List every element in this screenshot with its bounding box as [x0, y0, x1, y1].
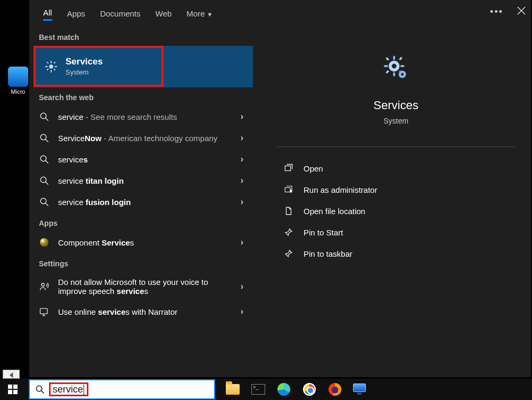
start-button[interactable] [0, 379, 26, 400]
action-label: Open [304, 164, 323, 173]
svg-rect-4 [54, 66, 57, 67]
web-result-text: service titan login [58, 176, 232, 185]
narrator-icon [39, 306, 50, 317]
app-result[interactable]: Component Services › [29, 232, 253, 253]
svg-line-36 [41, 390, 44, 393]
section-apps: Apps [29, 213, 253, 232]
pin-icon [283, 248, 294, 259]
chevron-right-icon: › [241, 154, 243, 164]
desktop-shortcut[interactable]: Micro [7, 67, 29, 95]
svg-point-11 [40, 134, 46, 140]
action-run-admin[interactable]: Run as administrator [261, 179, 531, 200]
svg-rect-33 [285, 166, 291, 171]
svg-rect-34 [285, 187, 290, 192]
svg-rect-8 [47, 68, 49, 70]
setting-result[interactable]: Do not allow Microsoft to use your voice… [29, 272, 253, 301]
file-location-icon [283, 206, 294, 216]
web-result[interactable]: service - See more search results › [29, 106, 253, 127]
chevron-right-icon: › [241, 112, 243, 121]
svg-point-35 [36, 386, 42, 391]
chevron-right-icon: › [241, 197, 243, 207]
svg-point-0 [49, 64, 53, 68]
taskbar-edge[interactable] [273, 379, 295, 400]
desktop-shortcut-label: Micro [7, 88, 29, 95]
hscroll-left[interactable]: ◀ [3, 370, 20, 379]
chevron-down-icon: ▼ [207, 11, 213, 18]
action-open[interactable]: Open [261, 158, 531, 179]
svg-line-18 [45, 203, 48, 206]
svg-rect-29 [386, 70, 389, 74]
action-label: Run as administrator [304, 185, 377, 194]
folder-icon [226, 384, 240, 395]
taskbar-terminal[interactable]: >_ [247, 379, 269, 400]
best-match-subtitle: System [66, 68, 103, 76]
open-icon [283, 163, 294, 174]
action-pin-start[interactable]: Pin to Start [261, 222, 531, 243]
shield-icon [283, 184, 294, 195]
setting-result[interactable]: Use online services with Narrator › [29, 301, 253, 322]
taskbar-firefox[interactable] [324, 379, 346, 400]
taskbar-apps: >_ [222, 379, 372, 400]
svg-line-12 [45, 139, 48, 142]
svg-point-30 [392, 64, 397, 69]
svg-rect-6 [53, 68, 55, 70]
svg-rect-2 [51, 70, 52, 72]
action-pin-taskbar[interactable]: Pin to taskbar [261, 243, 531, 264]
tab-documents[interactable]: Documents [100, 7, 141, 20]
results-column: Best match Services System Search the we… [29, 27, 253, 377]
more-options-button[interactable]: ••• [490, 6, 503, 18]
svg-rect-1 [51, 61, 52, 63]
svg-line-14 [45, 160, 48, 163]
svg-rect-26 [386, 57, 389, 61]
chevron-right-icon: › [241, 238, 243, 247]
close-button[interactable] [517, 6, 526, 18]
tab-web[interactable]: Web [155, 7, 172, 20]
action-label: Open file location [304, 207, 365, 216]
setting-result-text: Use online services with Narrator [58, 307, 232, 316]
taskbar-chrome[interactable] [298, 379, 321, 400]
search-icon [39, 133, 50, 143]
action-open-location[interactable]: Open file location [261, 200, 531, 222]
svg-rect-24 [384, 65, 388, 67]
svg-point-15 [40, 177, 46, 183]
search-tabs: All Apps Documents Web More▼ [29, 0, 531, 27]
web-result-text: service fusion login [58, 198, 232, 207]
tab-all[interactable]: All [43, 6, 52, 21]
svg-point-32 [401, 73, 404, 76]
search-icon [39, 154, 50, 165]
svg-rect-7 [53, 61, 55, 63]
taskbar-remote-desktop[interactable] [349, 379, 372, 400]
best-match-result[interactable]: Services System [34, 46, 163, 87]
taskbar-search-input[interactable]: service [29, 379, 215, 399]
best-match-title: Services [66, 56, 103, 67]
web-result[interactable]: service titan login › [29, 170, 253, 191]
search-panel: All Apps Documents Web More▼ ••• Best ma… [29, 0, 531, 377]
tab-apps[interactable]: Apps [67, 7, 85, 20]
search-query-value: service [49, 382, 88, 396]
search-icon [39, 197, 50, 207]
chevron-right-icon: › [241, 282, 243, 291]
svg-rect-3 [45, 66, 48, 67]
close-icon [517, 6, 526, 15]
web-result[interactable]: service fusion login › [29, 191, 253, 213]
chevron-right-icon: › [241, 133, 243, 143]
svg-point-13 [40, 156, 46, 161]
gear-large-icon [381, 53, 411, 83]
divider [277, 146, 515, 147]
setting-result-text: Do not allow Microsoft to use your voice… [58, 277, 232, 296]
taskbar: service >_ [0, 379, 532, 400]
action-label: Pin to taskbar [304, 249, 353, 258]
svg-point-19 [42, 283, 44, 286]
chevron-right-icon: › [241, 176, 243, 185]
section-best-match: Best match [29, 27, 253, 46]
web-result[interactable]: ServiceNow - American technology company… [29, 127, 253, 149]
preview-subtitle: System [261, 117, 531, 125]
web-result-text: ServiceNow - American technology company [58, 134, 232, 143]
tab-more[interactable]: More▼ [186, 7, 212, 20]
svg-rect-20 [40, 308, 47, 314]
component-services-icon [39, 237, 50, 248]
web-result-text: service - See more search results [58, 112, 232, 121]
taskbar-file-explorer[interactable] [222, 379, 244, 400]
web-result[interactable]: services › [29, 149, 253, 170]
svg-rect-28 [399, 57, 403, 61]
